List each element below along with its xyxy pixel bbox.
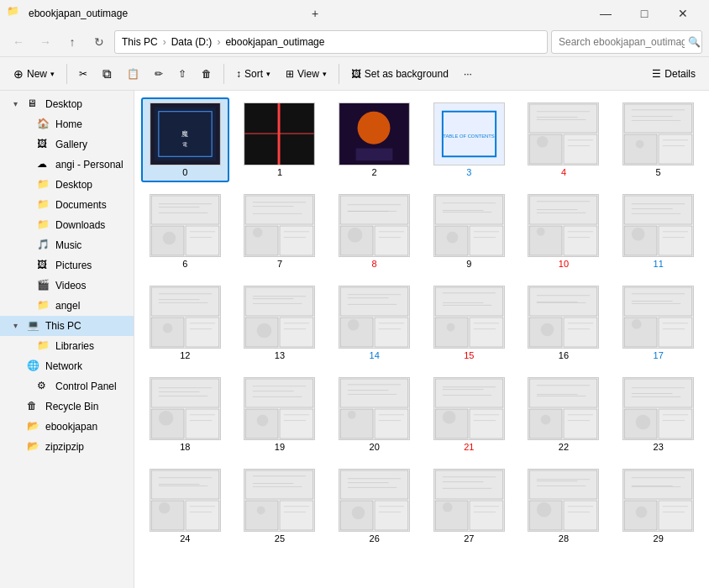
refresh-button[interactable]: ↻ <box>87 30 111 54</box>
thumbnail-item[interactable]: 25 <box>236 464 324 549</box>
thumbnail-item[interactable]: 23 <box>614 372 702 457</box>
thumbnail-item[interactable]: 29 <box>614 464 702 549</box>
sidebar-item-documents[interactable]: 📁Documents <box>0 195 134 215</box>
thumbnail-item[interactable]: 24 <box>141 464 229 549</box>
thumbnail-item[interactable]: 魔 電 0 <box>141 97 229 182</box>
details-button[interactable]: ☰ Details <box>645 60 702 87</box>
thumbnail-item[interactable]: 26 <box>330 464 418 549</box>
thumbnail-item[interactable]: 22 <box>520 372 608 457</box>
sidebar-item-downloads[interactable]: 📁Downloads <box>0 215 134 235</box>
search-input[interactable] <box>559 36 685 48</box>
sidebar-item-controlpanel[interactable]: ⚙Control Panel <box>0 376 134 396</box>
thumbnail-item[interactable]: 17 <box>614 281 702 365</box>
sidebar-item-angi[interactable]: ☁angi - Personal <box>0 155 134 175</box>
svg-rect-155 <box>151 379 219 407</box>
thumbnail-item[interactable]: 19 <box>236 372 324 457</box>
paste-icon: 📋 <box>127 68 139 80</box>
sidebar-item-recylebin[interactable]: 🗑Recycle Bin <box>0 396 134 417</box>
rename-button[interactable]: ✏ <box>148 60 170 87</box>
thumbnail-item[interactable]: 7 <box>236 189 324 274</box>
thumbnail-item[interactable]: 2 <box>330 97 418 182</box>
thumbnail-label: 12 <box>180 350 190 360</box>
thumbnail-item[interactable]: 9 <box>425 189 513 274</box>
sidebar-item-network[interactable]: 🌐Network <box>0 356 134 376</box>
svg-rect-145 <box>624 287 692 316</box>
thumbnail-item[interactable]: TABLE OF CONTENTS 3 <box>425 97 513 182</box>
sidebar-item-home[interactable]: 🏠Home <box>0 114 134 134</box>
sidebar-item-ebookjapan[interactable]: 📂ebookjapan <box>0 417 134 437</box>
delete-button[interactable]: 🗑 <box>195 60 218 87</box>
close-button[interactable]: ✕ <box>664 0 702 27</box>
svg-point-41 <box>163 232 176 245</box>
up-button[interactable]: ↑ <box>60 30 84 54</box>
sidebar-item-desktop2[interactable]: 📁Desktop <box>0 175 134 195</box>
thumbnail-item[interactable]: 20 <box>330 372 418 457</box>
set-background-button[interactable]: 🖼 Set as background <box>344 60 455 87</box>
copy-icon: ⧉ <box>102 66 112 81</box>
thumbnail-item[interactable]: 14 <box>330 281 418 365</box>
thumbnail-item[interactable]: 18 <box>141 372 229 457</box>
svg-rect-75 <box>530 196 598 224</box>
sidebar-item-gallery[interactable]: 🖼Gallery <box>0 134 134 155</box>
thumbnail-item[interactable]: 8 <box>330 189 418 274</box>
sidebar-item-libraries[interactable]: 📁Libraries <box>0 336 134 356</box>
paste-button[interactable]: 📋 <box>120 60 146 87</box>
view-button[interactable]: ⊞ View ▾ <box>279 60 333 87</box>
svg-rect-115 <box>340 287 408 316</box>
thumbnail-item[interactable]: 28 <box>520 464 608 549</box>
sidebar-item-pictures[interactable]: 🖼Pictures <box>0 255 134 276</box>
sort-button[interactable]: ↕ Sort ▾ <box>229 60 277 87</box>
svg-rect-267 <box>659 501 692 530</box>
minimize-button[interactable]: — <box>586 0 625 27</box>
thumbnail-label: 6 <box>182 259 187 269</box>
thumbnail-item[interactable]: 15 <box>425 281 513 365</box>
angel-icon: 📁 <box>37 299 50 312</box>
sidebar-item-music[interactable]: 🎵Music <box>0 235 134 255</box>
sidebar-label: Videos <box>55 280 86 291</box>
thumbnail-label: 15 <box>464 350 474 360</box>
svg-rect-225 <box>246 470 314 499</box>
sidebar-label: Desktop <box>55 179 92 191</box>
cut-icon: ✂ <box>79 68 87 80</box>
thumbnail-item[interactable]: 11 <box>614 189 702 274</box>
more-options-button[interactable]: ··· <box>457 60 479 87</box>
svg-rect-265 <box>624 470 692 499</box>
new-button[interactable]: ⊕ New ▾ <box>7 60 61 87</box>
svg-rect-207 <box>659 409 692 438</box>
svg-rect-37 <box>186 226 219 255</box>
add-tab-button[interactable]: + <box>296 0 334 27</box>
thumbnail-item[interactable]: 4 <box>520 97 608 182</box>
copy-button[interactable]: ⧉ <box>96 60 118 87</box>
sidebar-item-desktop1[interactable]: ▾🖥Desktop <box>0 94 134 114</box>
sidebar-item-angel[interactable]: 📁angel <box>0 296 134 316</box>
details-label: Details <box>664 68 696 80</box>
cut-button[interactable]: ✂ <box>72 60 94 87</box>
thumbnail-item[interactable]: 5 <box>614 97 702 182</box>
thumbnail-item[interactable]: 1 <box>236 97 324 182</box>
sidebar-label: Music <box>55 239 81 251</box>
back-button[interactable]: ← <box>7 30 30 54</box>
svg-rect-107 <box>280 318 313 347</box>
sidebar-item-videos[interactable]: 🎬Videos <box>0 276 134 296</box>
sidebar-label: Libraries <box>55 340 94 352</box>
thumbnail-item[interactable]: 27 <box>425 464 513 549</box>
thumbnail-image <box>150 286 221 349</box>
sidebar-item-zipzipzip[interactable]: 📂zipzipzip <box>0 437 134 457</box>
sidebar-item-thispc[interactable]: ▾💻This PC <box>0 316 134 336</box>
maximize-button[interactable]: □ <box>625 0 664 27</box>
sort-label: Sort <box>244 68 263 80</box>
svg-point-9 <box>358 112 391 144</box>
thumbnail-item[interactable]: 21 <box>425 372 513 457</box>
thumbnail-item[interactable]: 10 <box>520 189 608 274</box>
thumbnail-item[interactable]: 13 <box>236 281 324 365</box>
thumbnail-item[interactable]: 12 <box>141 281 229 365</box>
share-button[interactable]: ⇧ <box>171 60 193 87</box>
address-bar[interactable]: This PC › Data (D:) › ebookjapan_outimag… <box>114 30 548 54</box>
svg-rect-35 <box>151 196 219 224</box>
thumbnail-item[interactable]: 6 <box>141 189 229 274</box>
thumbnail-item[interactable]: 16 <box>520 281 608 365</box>
search-bar[interactable]: 🔍 <box>551 30 702 54</box>
forward-button[interactable]: → <box>34 30 57 54</box>
new-label: New <box>27 68 47 80</box>
view-icon: ⊞ <box>286 68 294 80</box>
